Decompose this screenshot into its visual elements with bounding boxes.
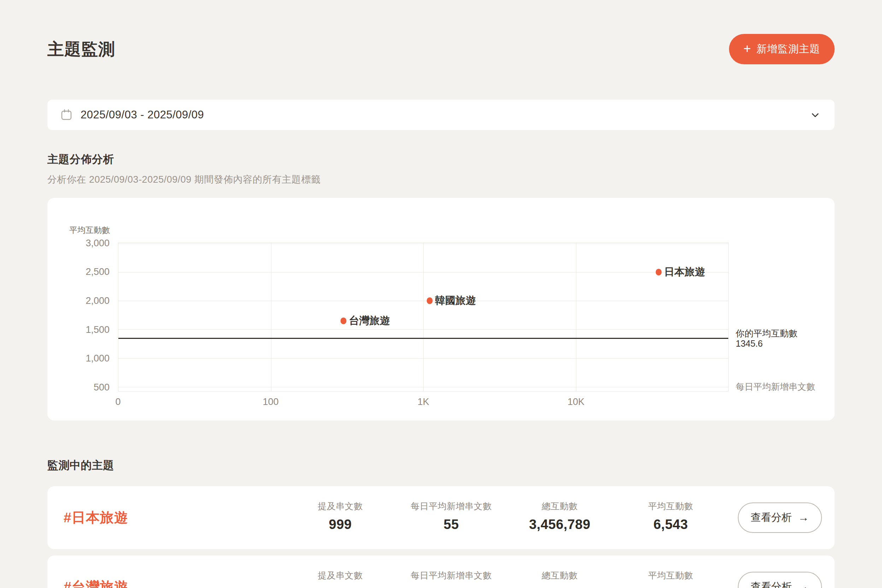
scatter-point-label: 韓國旅遊 <box>435 294 476 308</box>
topic-distribution-chart-card: 平均互動數 台灣旅遊韓國旅遊日本旅遊 3,0002,5002,0001,5001… <box>47 198 835 420</box>
scatter-point-韓國旅遊[interactable] <box>426 297 432 304</box>
view-analysis-button[interactable]: 查看分析 → <box>738 502 822 533</box>
topic-link[interactable]: #台灣旅遊 <box>64 578 128 588</box>
x-tick-label: 100 <box>246 396 296 407</box>
y-tick-label: 2,000 <box>60 296 110 306</box>
scatter-plot-area: 台灣旅遊韓國旅遊日本旅遊 <box>118 242 729 392</box>
stat-total-engagement: 總互動數 3,456,789 <box>529 500 591 532</box>
page-title: 主題監測 <box>47 38 115 60</box>
calendar-icon <box>60 108 73 121</box>
y-tick-label: 3,000 <box>60 238 110 249</box>
arrow-right-icon: → <box>798 512 809 523</box>
y-tick-label: 2,500 <box>60 266 110 278</box>
plus-icon: + <box>744 42 751 55</box>
stat-mentions: 提及串文數 999 <box>318 500 363 532</box>
stat-daily-new: 每日平均新增串文數 55 <box>411 500 492 532</box>
gridline-vertical <box>271 243 272 391</box>
gridline-vertical <box>423 243 424 391</box>
chevron-down-icon[interactable] <box>810 110 820 122</box>
x-tick-label: 10K <box>551 396 601 407</box>
x-tick-label: 1K <box>399 396 448 407</box>
x-axis-title: 每日平均新增串文數 <box>736 381 815 393</box>
scatter-point-日本旅遊[interactable] <box>656 268 662 275</box>
topic-card-japan: #日本旅遊 提及串文數 999 每日平均新增串文數 55 總互動數 3,456,… <box>47 486 835 549</box>
date-range-value: 2025/09/03 - 2025/09/09 <box>81 108 204 121</box>
gridline-vertical <box>576 243 576 391</box>
scatter-point-label: 日本旅遊 <box>664 265 705 279</box>
x-tick-label: 0 <box>93 396 143 407</box>
topic-card-taiwan: #台灣旅遊 提及串文數 888 每日平均新增串文數 44 總互動數 2,345,… <box>47 555 835 588</box>
y-tick-label: 1,000 <box>60 353 110 364</box>
reference-line-value: 1345.6 <box>736 339 798 349</box>
average-reference-line <box>118 338 728 339</box>
y-tick-label: 500 <box>60 382 110 393</box>
reference-line-label: 你的平均互動數 <box>736 328 798 339</box>
scatter-point-台灣旅遊[interactable] <box>340 317 346 324</box>
distribution-section-subtitle: 分析你在 2025/09/03-2025/09/09 期間發佈內容的所有主題標籤 <box>47 173 321 186</box>
y-tick-label: 1,500 <box>60 324 110 335</box>
stat-avg-engagement: 平均互動數 5,432 <box>648 570 693 588</box>
distribution-section-title: 主題分佈分析 <box>47 152 114 167</box>
stat-total-engagement: 總互動數 2,345,678 <box>529 570 591 588</box>
stat-daily-new: 每日平均新增串文數 44 <box>411 570 492 588</box>
arrow-right-icon: → <box>798 581 809 588</box>
y-axis-title: 平均互動數 <box>69 225 110 236</box>
date-range-picker[interactable]: 2025/09/03 - 2025/09/09 <box>47 100 835 130</box>
view-analysis-button[interactable]: 查看分析 → <box>738 572 822 588</box>
reference-line-annotation: 你的平均互動數 1345.6 <box>736 328 798 349</box>
stat-mentions: 提及串文數 888 <box>318 570 363 588</box>
topic-link[interactable]: #日本旅遊 <box>64 508 128 527</box>
add-topic-label: 新增監測主題 <box>756 42 820 56</box>
add-topic-button[interactable]: + 新增監測主題 <box>729 34 835 64</box>
monitored-section-title: 監測中的主題 <box>47 458 114 473</box>
scatter-point-label: 台灣旅遊 <box>349 314 390 328</box>
stat-avg-engagement: 平均互動數 6,543 <box>648 500 693 532</box>
